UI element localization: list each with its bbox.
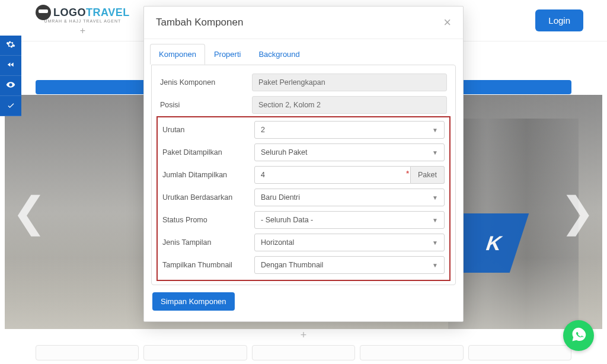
select-jenis-tampilan-value: Horizontal [261, 238, 294, 247]
field-posisi: Section 2, Kolom 2 [252, 96, 447, 114]
row-jenis-tampilan: Jenis Tampilan Horizontal ▼ [162, 234, 445, 251]
label-jenis-komponen: Jenis Komponen [160, 78, 252, 87]
highlighted-section: Urutan 2 ▼ Paket Ditampilkan Seluruh Pak… [156, 116, 451, 281]
chevron-down-icon: ▼ [432, 240, 438, 246]
chevron-down-icon: ▼ [432, 262, 438, 269]
row-posisi: Posisi Section 2, Kolom 2 [160, 96, 447, 114]
add-component-modal: Tambah Komponen × Komponen Properti Back… [143, 6, 464, 322]
select-tampilkan-thumbnail-value: Dengan Thumbnail [261, 261, 323, 269]
input-jumlah-ditampilkan[interactable]: 4 [254, 166, 411, 184]
tab-komponen[interactable]: Komponen [150, 44, 205, 65]
select-paket-ditampilkan[interactable]: Seluruh Paket ▼ [254, 143, 445, 161]
select-urutkan-berdasarkan[interactable]: Baru Dientri ▼ [254, 189, 445, 206]
select-tampilkan-thumbnail[interactable]: Dengan Thumbnail ▼ [254, 256, 445, 274]
select-status-promo[interactable]: - Seluruh Data - ▼ [254, 211, 445, 229]
chevron-down-icon: ▼ [432, 127, 438, 133]
label-posisi: Posisi [160, 101, 252, 109]
select-urutan[interactable]: 2 ▼ [254, 121, 445, 139]
modal-tabs: Komponen Properti Background [144, 44, 463, 65]
tab-background[interactable]: Background [250, 44, 308, 65]
chevron-down-icon: ▼ [432, 217, 438, 223]
select-status-promo-value: - Seluruh Data - [261, 216, 313, 224]
row-urutan: Urutan 2 ▼ [162, 121, 445, 139]
whatsapp-icon [570, 326, 587, 345]
select-urutan-value: 2 [261, 126, 265, 134]
label-paket-ditampilkan: Paket Ditampilkan [162, 148, 254, 157]
select-jenis-tampilan[interactable]: Horizontal ▼ [254, 234, 445, 251]
label-jumlah-ditampilkan: Jumlah Ditampilkan [162, 171, 254, 179]
modal-close-button[interactable]: × [443, 16, 451, 29]
row-tampilkan-thumbnail: Tampilkan Thumbnail Dengan Thumbnail ▼ [162, 256, 445, 274]
field-jenis-komponen: Paket Perlengkapan [252, 74, 447, 91]
row-urutkan-berdasarkan: Urutkan Berdasarkan Baru Dientri ▼ [162, 189, 445, 206]
label-status-promo: Status Promo [162, 216, 254, 224]
form-body: Jenis Komponen Paket Perlengkapan Posisi… [151, 65, 456, 285]
select-urutkan-berdasarkan-value: Baru Dientri [261, 193, 300, 202]
modal-footer: Simpan Komponen [144, 285, 463, 321]
required-asterisk-icon: * [406, 170, 409, 178]
chevron-down-icon: ▼ [432, 149, 438, 156]
row-jumlah-ditampilkan: Jumlah Ditampilkan 4 Paket * [162, 166, 445, 184]
save-button[interactable]: Simpan Komponen [152, 292, 235, 311]
input-jumlah-ditampilkan-value: 4 [261, 171, 265, 179]
label-tampilkan-thumbnail: Tampilkan Thumbnail [162, 261, 254, 269]
close-icon: × [443, 15, 451, 30]
row-paket-ditampilkan: Paket Ditampilkan Seluruh Paket ▼ [162, 143, 445, 161]
label-urutkan-berdasarkan: Urutkan Berdasarkan [162, 193, 254, 202]
addon-paket: Paket [411, 166, 445, 184]
tab-properti[interactable]: Properti [205, 44, 250, 65]
select-paket-ditampilkan-value: Seluruh Paket [261, 148, 308, 157]
chevron-down-icon: ▼ [432, 194, 438, 201]
whatsapp-fab[interactable] [563, 320, 594, 351]
modal-title: Tambah Komponen [156, 17, 243, 28]
row-status-promo: Status Promo - Seluruh Data - ▼ [162, 211, 445, 229]
label-jenis-tampilan: Jenis Tampilan [162, 238, 254, 247]
row-jenis-komponen: Jenis Komponen Paket Perlengkapan [160, 74, 447, 91]
modal-header: Tambah Komponen × [144, 7, 463, 39]
label-urutan: Urutan [162, 126, 254, 134]
